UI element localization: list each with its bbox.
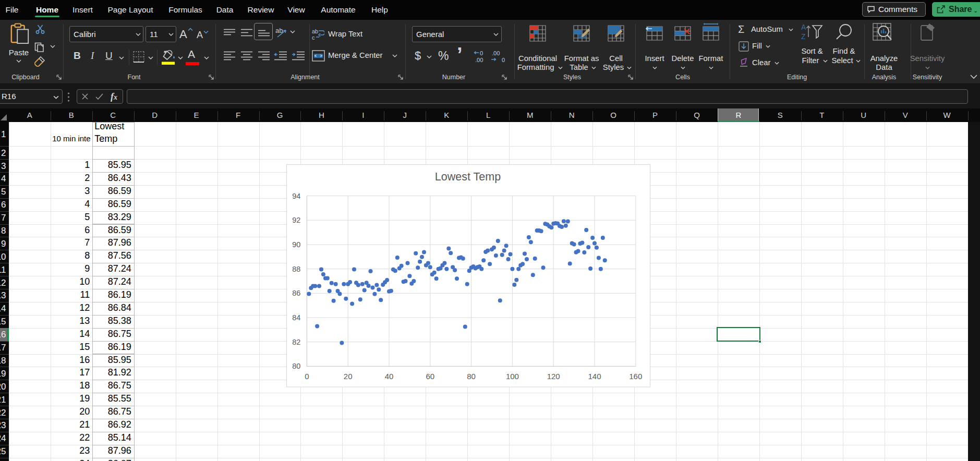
svg-text:94: 94 — [292, 192, 300, 200]
svg-text:90: 90 — [292, 240, 300, 249]
svg-text:80: 80 — [467, 372, 476, 381]
svg-text:0: 0 — [480, 50, 483, 56]
svg-text:100: 100 — [506, 372, 519, 381]
svg-text:ab: ab — [312, 29, 318, 34]
svg-text:0: 0 — [502, 57, 505, 63]
svg-text:92: 92 — [292, 216, 300, 224]
svg-text:160: 160 — [629, 372, 642, 381]
svg-text:c: c — [312, 34, 315, 40]
svg-text:86: 86 — [292, 289, 300, 297]
svg-text:Lowest Temp: Lowest Temp — [435, 171, 501, 183]
svg-text:.00: .00 — [492, 50, 500, 56]
svg-text:120: 120 — [547, 372, 560, 381]
svg-text:Z: Z — [801, 32, 806, 41]
svg-text:.00: .00 — [475, 57, 483, 63]
svg-text:140: 140 — [588, 372, 601, 381]
svg-text:40: 40 — [385, 372, 394, 381]
svg-text:A: A — [801, 23, 806, 31]
svg-text:88: 88 — [292, 265, 300, 273]
svg-text:20: 20 — [344, 372, 353, 381]
svg-text:80: 80 — [292, 362, 300, 370]
svg-text:84: 84 — [292, 313, 300, 322]
svg-text:60: 60 — [426, 372, 434, 381]
svg-text:82: 82 — [292, 338, 300, 346]
svg-text:0: 0 — [305, 372, 309, 381]
